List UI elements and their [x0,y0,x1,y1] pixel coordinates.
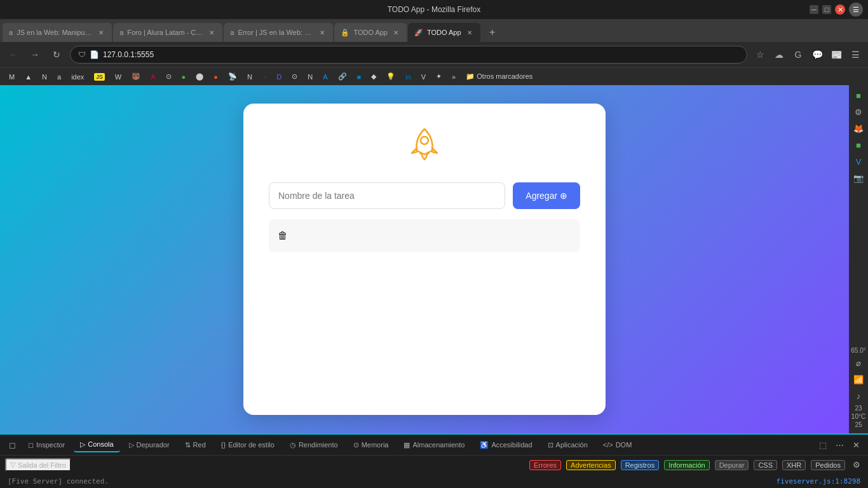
close-button[interactable]: ✕ [835,4,845,15]
bookmark-bear[interactable]: 🐻 [128,71,144,82]
badge-requests[interactable]: Pedidos [811,460,845,470]
tab-3[interactable]: a Error | JS en la Web: Manipula... ✕ [224,23,333,42]
tab-3-label: Error | JS en la Web: Manipula... [238,29,314,36]
sidebar-ext-button-5[interactable]: V [851,154,866,169]
todo-logo [404,124,445,167]
tab-3-close[interactable]: ✕ [318,28,327,37]
tab-1-close[interactable]: ✕ [97,28,105,37]
bookmark-wappalyzer[interactable]: W [111,72,125,82]
devtools-tab-memory[interactable]: ⊙ Memoria [347,438,395,452]
badge-warnings[interactable]: Advertencias [566,460,616,470]
badge-errors[interactable]: Errores [529,460,561,470]
memory-icon: ⊙ [353,441,359,449]
bookmark-otros[interactable]: 📁 Otros marcadores [462,71,536,82]
bookmark-idex[interactable]: idex [67,72,88,82]
devtools-tab-style[interactable]: {} Editor de estilo [215,438,281,451]
menu-button[interactable]: ☰ [848,47,863,62]
minimize-button[interactable]: ─ [810,5,818,14]
dom-icon: </> [603,441,613,449]
badge-xhr[interactable]: XHR [782,460,806,470]
bookmark-links[interactable]: 🔗 [334,71,351,82]
bookmark-angular[interactable]: A [147,72,159,82]
bluetooth-button[interactable]: ⌀ [851,355,866,370]
temp1-display: 65.0° [851,347,865,354]
sidebar-ext-button-3[interactable]: 🦊 [851,121,866,136]
sidebar-ext-button-2[interactable]: ⚙ [851,104,866,119]
tab-5-close[interactable]: ✕ [465,28,474,37]
devtools-tab-accessibility[interactable]: ♿ Accesibilidad [473,438,538,452]
whatsapp-button[interactable]: 💬 [810,47,825,62]
add-task-button[interactable]: Agregar ⊕ [513,182,580,209]
bookmark-github[interactable]: N [243,72,256,82]
bookmark-amazon[interactable]: a [53,72,65,82]
devtools-tab-console[interactable]: ▷ Consola [74,438,119,452]
badge-logs[interactable]: Registros [621,460,659,470]
music-button[interactable]: ♪ [851,388,866,403]
content-area: Agregar ⊕ 🗑 ■ ⚙ 🦊 ■ [0,85,868,433]
wifi-button[interactable]: 📶 [851,372,866,387]
devtools-tab-storage[interactable]: ▦ Almacenamiento [397,438,471,452]
tab-2[interactable]: a Foro | Alura Latam - Cursos on... ✕ [113,23,222,42]
back-button[interactable]: ← [5,46,22,63]
devtools-dock-button[interactable]: ⬚ [816,438,830,452]
devtools-more-button[interactable]: ⋯ [832,438,846,452]
devtools-close-button[interactable]: ✕ [849,438,863,452]
devtools-tab-performance[interactable]: ◷ Rendimiento [283,438,344,452]
bookmark-green[interactable]: ● [178,72,190,82]
pocket-button[interactable]: ☁ [771,47,787,62]
bookmark-notion[interactable]: N [38,72,51,82]
tab-1[interactable]: a JS en la Web: Manipulación del... ✕ [3,23,112,42]
bookmark-circle[interactable]: ⊙ [288,71,301,82]
tab-5[interactable]: 🚀 TODO App ✕ [408,23,480,42]
page-background: Agregar ⊕ 🗑 [0,85,849,433]
address-text: 127.0.0.1:5555 [103,50,154,59]
maximize-button[interactable]: □ [822,5,831,14]
reload-button[interactable]: ↻ [48,46,65,63]
devtools-tab-inspector[interactable]: ◻ Inspector [22,438,71,452]
devtools-tab-application[interactable]: ⊡ Aplicación [541,438,594,452]
bookmark-more[interactable]: » [448,72,459,82]
bookmark-linkedin[interactable]: in [402,72,415,82]
bookmark-magic[interactable]: ✦ [432,71,445,82]
console-filter-toggle[interactable]: ▽ Salida del Filtro [5,458,71,471]
bookmark-prisma[interactable]: ◆ [367,71,380,82]
sidebar-ext-button-1[interactable]: ■ [851,88,866,103]
bookmark-alura[interactable]: A [319,72,331,82]
google-button[interactable]: G [790,47,806,62]
badge-info[interactable]: Información [664,460,709,470]
task-name-input[interactable] [269,182,505,209]
sidebar-ext-button-4[interactable]: ■ [851,137,866,152]
bookmark-js[interactable]: JS [90,72,109,82]
bookmark-dot[interactable]: ⬤ [192,71,207,82]
devtools-inspector-icon[interactable]: ◻ [5,438,19,452]
bookmark-figma[interactable]: ● [210,72,222,82]
address-field[interactable]: 🛡 📄 127.0.0.1:5555 [70,46,747,64]
bookmark-gmail[interactable]: M [5,72,18,82]
new-tab-button[interactable]: + [484,24,501,41]
badge-debug[interactable]: Depurar [715,460,749,470]
devtools-tab-network[interactable]: ⇅ Red [179,438,212,452]
bookmark-slack[interactable]: + [259,72,270,82]
bookmark-discord[interactable]: D [273,72,285,82]
sidebar-ext-button-6[interactable]: 📷 [851,170,866,186]
linux-menu-button[interactable]: ☰ [849,3,863,17]
bookmark-trello[interactable]: ■ [353,72,365,82]
bookmark-drive[interactable]: ▲ [21,72,36,82]
devtools-tab-debugger[interactable]: ▷ Depurador [123,438,176,452]
bookmark-star-button[interactable]: ☆ [752,47,768,62]
bookmark-rss[interactable]: 📡 [224,71,241,82]
console-source-link[interactable]: fiveserver.js:1:8298 [776,477,860,485]
delete-task-button[interactable]: 🗑 [278,230,288,241]
tab-4[interactable]: 🔒 TODO App ✕ [334,23,407,42]
bookmark-color[interactable]: ⊙ [162,71,175,82]
console-settings-button[interactable]: ⚙ [850,459,863,471]
bookmark-notion2[interactable]: N [304,72,316,82]
devtools-tab-dom[interactable]: </> DOM [597,438,639,451]
forward-button[interactable]: → [27,46,43,63]
reader-button[interactable]: 📰 [829,47,844,62]
bookmark-bulb[interactable]: 💡 [383,71,399,82]
tab-2-close[interactable]: ✕ [207,28,216,37]
badge-css[interactable]: CSS [754,460,777,470]
bookmark-vue[interactable]: V [417,72,430,82]
tab-4-close[interactable]: ✕ [391,28,400,37]
